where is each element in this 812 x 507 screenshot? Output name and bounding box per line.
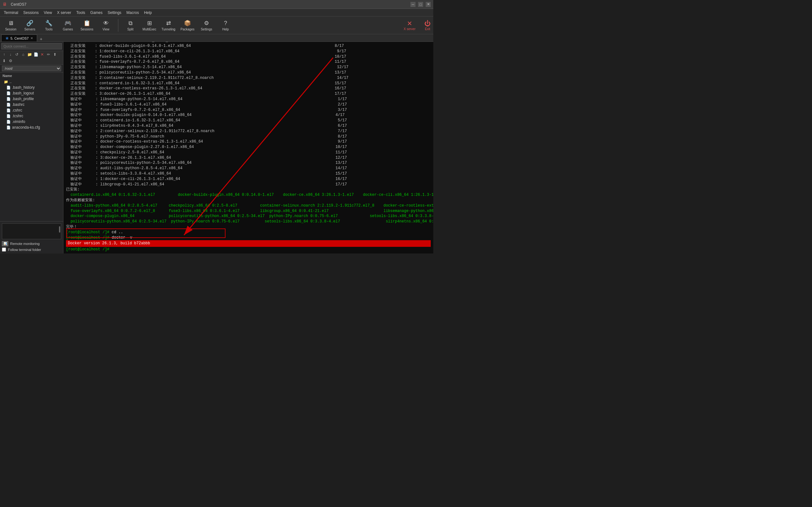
menu-terminal[interactable]: Terminal xyxy=(1,9,20,16)
list-item[interactable]: 📄 .bashrc xyxy=(0,102,63,107)
terminal-line: [root@localhost /]# docker -v xyxy=(66,235,431,240)
menu-sessions[interactable]: Sessions xyxy=(20,9,41,16)
sessions-button[interactable]: 📋 Sessions xyxy=(79,18,95,33)
toolbar: 🖥 Session 🔗 Servers 🔧 Tools 🎮 Games 📋 Se… xyxy=(0,16,433,34)
remote-monitor[interactable]: 📊 Remote monitoring xyxy=(2,241,61,246)
sidebar-new-file-button[interactable]: 📄 xyxy=(33,52,39,57)
sidebar-down-button[interactable]: ↓ xyxy=(8,52,13,57)
file-icon: 📄 xyxy=(6,108,11,112)
tunneling-button[interactable]: ⇄ Tunneling xyxy=(160,18,177,33)
terminal-line: 正在安装 : docker-buildx-plugin-0.14.0-1.el7… xyxy=(66,43,431,49)
terminal-line: 正在安装 : fuse3-libs-3.6.1-4.el7.x86_64 10/… xyxy=(66,54,431,60)
menu-tools[interactable]: Tools xyxy=(74,9,88,16)
window-title: CentOS7 xyxy=(11,2,26,7)
terminal-line: 验证中 : libcgroup-0.41-21.el7.x86_64 17/17 xyxy=(66,182,431,187)
file-icon: 📄 xyxy=(6,103,11,107)
menu-settings[interactable]: Settings xyxy=(105,9,124,16)
terminal-line: 正在安装 : fuse-overlayfs-0.7.2-6.el7_8.x86_… xyxy=(66,59,431,65)
toolbar-separator-1 xyxy=(118,19,118,32)
terminal-output[interactable]: 导入 GPG key 0x621E9F35: 用户ID : "Docker Re… xyxy=(63,42,433,253)
tab-bar: 🖥 5. CentOS7 ✕ + xyxy=(0,34,433,42)
sidebar-new-folder-button[interactable]: 📁 xyxy=(27,52,32,57)
terminal-wrapper: 导入 GPG key 0x621E9F35: 用户ID : "Docker Re… xyxy=(63,42,433,253)
monitor-icon: 📊 xyxy=(2,241,8,246)
terminal-line: 正在安装 : libsemanage-python-2.5-14.el7.x86… xyxy=(66,65,431,70)
sidebar-rename-button[interactable]: ✏ xyxy=(46,52,51,57)
menu-view[interactable]: View xyxy=(41,9,55,16)
terminal-line: 验证中 : 1:docker-ce-cli-26.1.3-1.el7.x86_6… xyxy=(66,176,431,182)
menu-help[interactable]: Help xyxy=(142,9,154,16)
terminal-line: 验证中 : libsemanage-python-2.5-14.el7.x86_… xyxy=(66,97,431,102)
sidebar-upload-button[interactable]: ⬆ xyxy=(52,52,58,57)
tools-button[interactable]: 🔧 Tools xyxy=(41,18,57,33)
terminal-line: 验证中 : docker-ce-rootless-extras-26.1.3-1… xyxy=(66,139,431,145)
file-icon: 📄 xyxy=(6,86,11,90)
exit-button[interactable]: ⏻ Exit xyxy=(424,20,431,31)
menu-macros[interactable]: Macros xyxy=(124,9,142,16)
list-item[interactable]: 📄 .tcshrc xyxy=(0,113,63,119)
exit-icon: ⏻ xyxy=(424,20,431,27)
list-item[interactable]: 📄 .viminfo xyxy=(0,119,63,124)
terminal-line: [root@localhost /]# cd .. xyxy=(66,230,431,235)
file-icon: 📄 xyxy=(6,97,11,101)
file-icon: 📄 xyxy=(6,114,11,118)
sidebar-home-button[interactable]: ⌂ xyxy=(20,52,26,57)
path-selector[interactable]: /root/ xyxy=(2,66,61,71)
list-item[interactable]: 📄 .cshrc xyxy=(0,107,63,113)
split-button[interactable]: ⧉ Split xyxy=(122,18,139,33)
tab-close-button[interactable]: ✕ xyxy=(31,37,33,40)
close-button[interactable]: ✕ xyxy=(426,2,431,7)
multiexec-button[interactable]: ⊞ MultiExec xyxy=(141,18,158,33)
tab-icon: 🖥 xyxy=(5,37,9,40)
sidebar: ↑ ↓ ↺ ⌂ 📁 📄 ✕ ✏ ⬆ ⬇ ⚙ /root/ Name 📁 .. xyxy=(0,42,63,253)
sidebar-settings-button[interactable]: ⚙ xyxy=(8,58,13,64)
terminal-line: 正在安装 : 2:container-selinux-2.119.2-1.911… xyxy=(66,75,431,81)
maximize-button[interactable]: □ xyxy=(418,2,423,7)
file-tree-header: Name xyxy=(0,72,63,79)
terminal-line: 验证中 : slirp4netns-0.4.3-4.el7_8.x86_64 6… xyxy=(66,123,431,129)
sidebar-scrollbar-thumb xyxy=(59,226,60,233)
terminal-line: 验证中 : audit-libs-python-2.8.5-4.el7.x86_… xyxy=(66,166,431,171)
app-logo: 🖥 xyxy=(3,2,7,7)
terminal-line: 正在安装 : docker-ce-rootless-extras-26.1.3-… xyxy=(66,86,431,91)
sidebar-search xyxy=(0,42,63,51)
follow-folder-checkbox[interactable] xyxy=(2,247,6,251)
menu-games[interactable]: Games xyxy=(88,9,105,16)
terminal-line: 正在安装 : policycoreutils-python-2.5-34.el7… xyxy=(66,70,431,75)
sidebar-up-button[interactable]: ↑ xyxy=(1,52,7,57)
servers-button[interactable]: 🔗 Servers xyxy=(21,18,38,33)
tab-centos7[interactable]: 🖥 5. CentOS7 ✕ xyxy=(1,35,37,42)
quick-connect-input[interactable] xyxy=(1,43,62,49)
terminal-line: 验证中 : python-IPy-0.75-6.el7.noarch 8/17 xyxy=(66,134,431,139)
terminal-line: policycoreutils-python.x86_64 0:2.5-34.e… xyxy=(66,219,431,224)
sidebar-download-button[interactable]: ⬇ xyxy=(1,58,7,64)
sidebar-bottom: 📊 Remote monitoring Follow terminal fold… xyxy=(0,221,63,253)
settings-button[interactable]: ⚙ Settings xyxy=(198,18,215,33)
sidebar-refresh-button[interactable]: ↺ xyxy=(14,52,20,57)
terminal-line: containerd.io.x86_64 0:1.6.32-3.1.el7 do… xyxy=(66,192,431,198)
list-item[interactable]: 📄 .bash_history xyxy=(0,84,63,90)
session-button[interactable]: 🖥 Session xyxy=(3,18,19,33)
games-button[interactable]: 🎮 Games xyxy=(60,18,76,33)
list-item[interactable]: 📄 .bash_profile xyxy=(0,96,63,102)
terminal-line: 验证中 : fuse3-libs-3.6.1-4.el7.x86_64 2/17 xyxy=(66,102,431,107)
minimize-button[interactable]: ─ xyxy=(410,2,415,7)
xserver-button[interactable]: ✕ X server xyxy=(404,20,415,31)
follow-terminal-folder[interactable]: Follow terminal folder xyxy=(2,247,61,251)
new-tab-button[interactable]: + xyxy=(37,37,45,42)
terminal-line: audit-libs-python.x86_64 0:2.8.5-4.el7 c… xyxy=(66,203,431,209)
menu-xserver[interactable]: X server xyxy=(55,9,74,16)
packages-button[interactable]: 📦 Packages xyxy=(179,18,196,33)
sidebar-delete-button[interactable]: ✕ xyxy=(39,52,45,57)
list-item[interactable]: 📄 anaconda-ks.cfg xyxy=(0,124,63,130)
sidebar-toolbar: ↑ ↓ ↺ ⌂ 📁 📄 ✕ ✏ ⬆ ⬇ ⚙ xyxy=(0,51,63,65)
sidebar-path: /root/ xyxy=(0,65,63,72)
view-button[interactable]: 👁 View xyxy=(98,18,114,33)
help-button[interactable]: ? Help xyxy=(217,18,234,33)
main-content: ↑ ↓ ↺ ⌂ 📁 📄 ✕ ✏ ⬆ ⬇ ⚙ /root/ Name 📁 .. xyxy=(0,42,433,253)
session-icon: 🖥 xyxy=(7,19,14,27)
list-item[interactable]: 📄 .bash_logout xyxy=(0,90,63,96)
file-icon: 📄 xyxy=(6,91,11,95)
list-item[interactable]: 📁 .. xyxy=(0,79,63,84)
title-bar: 🖥 CentOS7 ─ □ ✕ xyxy=(0,0,433,9)
